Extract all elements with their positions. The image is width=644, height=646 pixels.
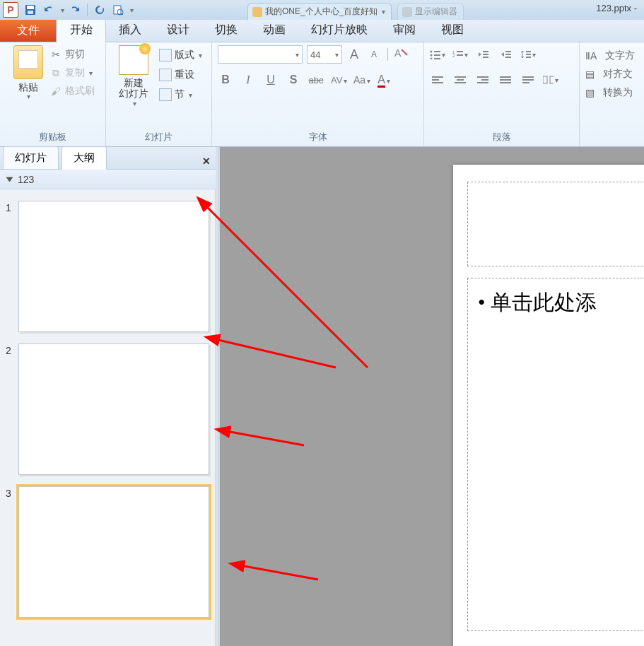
pane-tab-slides[interactable]: 幻灯片	[3, 146, 59, 169]
group-font-label: 字体	[218, 129, 418, 145]
undo-dropdown-icon[interactable]: ▾	[61, 6, 64, 14]
new-slide-dropdown-icon[interactable]: ▾	[133, 100, 136, 107]
format-painter-label: 格式刷	[65, 85, 95, 98]
change-case-button[interactable]: Aa▾	[353, 74, 369, 86]
slide-editor-area[interactable]: 单 单击此处添	[220, 147, 644, 646]
doc-tab-1[interactable]: 我的ONE_个人中心_百度好知▾	[247, 3, 392, 20]
format-painter-button[interactable]: 🖌 格式刷	[49, 85, 95, 98]
refresh-icon[interactable]	[92, 2, 107, 18]
left-pane-tabstrip: 幻灯片 大纲 ×	[0, 147, 216, 170]
align-right-button[interactable]	[475, 72, 491, 88]
slide-thumbnail-3[interactable]	[18, 486, 209, 618]
outline-header[interactable]: 123	[0, 170, 216, 189]
svg-rect-13	[457, 51, 463, 52]
outline-title: 123	[18, 174, 34, 185]
ribbon-tab-transitions[interactable]: 切换	[202, 18, 250, 42]
slide-thumbnail-1[interactable]	[18, 201, 209, 332]
underline-button[interactable]: U	[263, 74, 279, 86]
align-center-button[interactable]	[452, 72, 468, 88]
reset-label: 重设	[175, 69, 194, 81]
svg-text:A: A	[394, 47, 402, 59]
shrink-font-button[interactable]: A	[366, 49, 382, 59]
cut-button[interactable]: ✂ 剪切	[49, 48, 95, 61]
file-tab[interactable]: 文件	[0, 19, 57, 42]
window-title: 123.pptx -	[596, 3, 637, 13]
char-spacing-button[interactable]: AV▾	[331, 75, 346, 86]
clear-format-button[interactable]: A	[394, 47, 409, 62]
svg-point-10	[431, 58, 433, 60]
reset-button[interactable]: 重设	[158, 68, 204, 82]
redo-icon[interactable]	[67, 2, 83, 18]
ribbon-tab-insert[interactable]: 插入	[106, 18, 154, 42]
ribbon-tab-slideshow[interactable]: 幻灯片放映	[298, 18, 380, 42]
paste-label[interactable]: 粘贴	[18, 82, 38, 93]
increase-indent-button[interactable]	[498, 47, 513, 62]
new-slide-label[interactable]: 新建 幻灯片	[119, 78, 148, 100]
align-text-icon: ▤	[585, 69, 595, 80]
numbering-button[interactable]: 12▾	[452, 47, 468, 62]
layout-button[interactable]: 版式▾	[158, 48, 204, 62]
align-left-button[interactable]	[430, 72, 445, 88]
ribbon-tab-review[interactable]: 审阅	[380, 18, 428, 42]
distribute-button[interactable]	[520, 72, 536, 88]
font-name-combo[interactable]: ▾	[218, 45, 303, 64]
print-preview-icon[interactable]	[110, 2, 126, 18]
shadow-button[interactable]: S	[286, 74, 301, 86]
font-size-combo[interactable]: 44▾	[307, 45, 342, 64]
paste-dropdown-icon[interactable]: ▾	[27, 93, 30, 100]
thumb-row[interactable]: 1	[0, 196, 215, 339]
svg-rect-16	[483, 51, 488, 52]
convert-smartart-button[interactable]: ▧ 转换为	[585, 83, 638, 102]
text-direction-button[interactable]: ⅡA 文字方	[585, 47, 638, 65]
line-spacing-button[interactable]: ▾	[520, 47, 536, 62]
ribbon-tab-animations[interactable]: 动画	[250, 18, 298, 42]
separator	[387, 48, 388, 61]
italic-button[interactable]: I	[240, 74, 256, 86]
ribbon-tab-home[interactable]: 开始	[57, 18, 106, 42]
pane-close-button[interactable]: ×	[202, 154, 210, 169]
tab-favicon-icon	[252, 7, 262, 17]
body-placeholder[interactable]: 单击此处添	[467, 278, 644, 631]
svg-rect-19	[505, 51, 511, 52]
brush-icon: 🖌	[49, 85, 62, 98]
svg-rect-33	[477, 82, 488, 83]
document-tabs: 我的ONE_个人中心_百度好知▾ 显示编辑器	[247, 0, 464, 20]
thumb-number: 2	[6, 343, 18, 356]
thumb-row[interactable]: 2	[0, 339, 215, 482]
section-button[interactable]: 节▾	[158, 88, 204, 102]
thumb-row[interactable]: 3	[0, 482, 215, 625]
qat-customize-icon[interactable]: ▾	[130, 6, 134, 14]
svg-point-8	[431, 54, 433, 57]
slide-canvas[interactable]: 单 单击此处添	[453, 165, 644, 646]
grow-font-button[interactable]: A	[346, 47, 362, 62]
justify-button[interactable]	[498, 72, 513, 88]
paste-icon[interactable]	[13, 45, 43, 79]
new-slide-icon[interactable]	[119, 45, 148, 75]
copy-button[interactable]: ⧉ 复制 ▾	[49, 66, 95, 79]
bold-button[interactable]: B	[218, 74, 233, 86]
decrease-indent-button[interactable]	[475, 47, 491, 62]
doc-tab-2[interactable]: 显示编辑器	[397, 3, 464, 20]
align-text-button[interactable]: ▤ 对齐文	[585, 65, 638, 83]
title-placeholder[interactable]: 单	[467, 182, 644, 266]
columns-button[interactable]: ▾	[543, 72, 558, 88]
bullets-button[interactable]: ▾	[430, 47, 445, 62]
font-color-button[interactable]: A▾	[376, 74, 392, 86]
svg-rect-2	[28, 11, 33, 14]
undo-icon[interactable]	[41, 2, 57, 18]
ribbon-tab-view[interactable]: 视图	[428, 18, 476, 42]
quick-access-toolbar: ▾ ▾	[23, 2, 134, 18]
section-label: 节	[175, 88, 185, 101]
doc-tab-2-label: 显示编辑器	[415, 6, 457, 18]
svg-rect-24	[526, 57, 531, 58]
scissors-icon: ✂	[49, 48, 62, 61]
slide-thumbnail-rail[interactable]: 1 2 3	[0, 189, 216, 646]
save-icon[interactable]	[23, 2, 38, 18]
body-placeholder-text: 单击此处添	[478, 288, 644, 317]
ribbon-tab-design[interactable]: 设计	[154, 18, 202, 42]
svg-rect-22	[526, 51, 531, 52]
strikethrough-button[interactable]: abc	[308, 75, 324, 86]
ribbon-tab-strip: 文件 开始 插入 设计 切换 动画 幻灯片放映 审阅 视图	[0, 20, 644, 42]
pane-tab-outline[interactable]: 大纲	[62, 146, 107, 170]
slide-thumbnail-2[interactable]	[18, 343, 209, 475]
